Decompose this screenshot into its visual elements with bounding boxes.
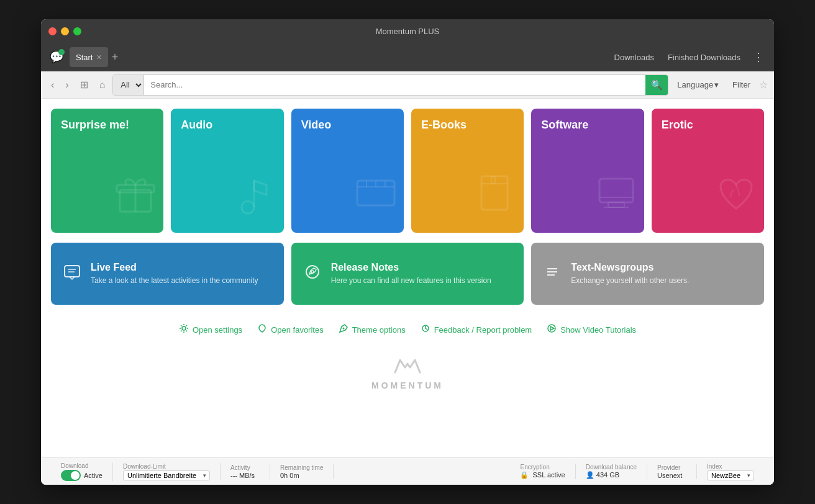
bottom-cards-grid: Live Feed Take a look at the latest acti… — [51, 243, 764, 305]
activity-value: --- MB/s — [230, 472, 260, 479]
minimize-button[interactable] — [61, 27, 69, 35]
action-label-open-settings: Open settings — [193, 325, 242, 335]
search-input[interactable] — [144, 75, 645, 95]
balance-label: Download balance — [586, 464, 637, 470]
logo-area: MOMENTUM — [51, 342, 764, 397]
bottom-card-title-livefeed: Live Feed — [91, 262, 258, 273]
balance-value: 👤 434 GB — [586, 471, 637, 479]
bottom-card-icon-textnewsgroups — [544, 263, 561, 285]
category-icon-software — [594, 169, 638, 227]
svg-rect-17 — [65, 266, 80, 277]
close-button[interactable] — [48, 27, 57, 35]
remaining-value: 0h 0m — [280, 472, 323, 479]
remaining-time-section: Remaining time 0h 0m — [270, 464, 334, 479]
download-limit-label: Download-Limit — [123, 463, 210, 470]
encryption-section: Encryption 🔒 SSL active — [510, 464, 575, 479]
bottom-card-subtitle-livefeed: Take a look at the latest activities in … — [91, 276, 258, 286]
category-title-video: Video — [301, 119, 394, 132]
filter-button[interactable]: Filter — [727, 78, 755, 92]
provider-section: Provider Usenext — [647, 464, 697, 479]
provider-value: Usenext — [657, 472, 686, 479]
download-toggle-container: Active — [61, 470, 102, 481]
category-card-software[interactable]: Software — [531, 109, 644, 233]
provider-label: Provider — [657, 464, 686, 471]
action-icon-open-settings — [179, 323, 189, 336]
actions-bar: Open settings Open favorites Theme optio… — [51, 317, 764, 342]
action-button-open-settings[interactable]: Open settings — [179, 323, 242, 336]
action-label-video-tutorials: Show Video Tutorials — [560, 325, 636, 335]
toolbar-right: Downloads Finished Downloads ⋮ — [608, 48, 769, 66]
home-button[interactable]: ⌂ — [96, 77, 109, 93]
search-button[interactable]: 🔍 — [645, 75, 668, 95]
category-icon-audio — [234, 169, 278, 227]
category-card-video[interactable]: Video — [291, 109, 404, 233]
index-select[interactable]: NewzBee — [707, 470, 754, 480]
notification-button[interactable]: 💬 — [46, 47, 67, 68]
category-title-audio: Audio — [181, 119, 273, 132]
language-button[interactable]: Language ▾ — [672, 78, 724, 92]
forward-button[interactable]: › — [61, 77, 72, 93]
new-tab-button[interactable]: + — [112, 51, 119, 64]
bottom-card-subtitle-releasenotes: Here you can find all new features in th… — [331, 276, 491, 286]
back-button[interactable]: ‹ — [47, 77, 58, 93]
balance-section: Download balance 👤 434 GB — [576, 464, 647, 479]
finished-downloads-button[interactable]: Finished Downloads — [662, 50, 747, 65]
action-icon-theme-options — [339, 323, 348, 336]
main-window: Momentum PLUS 💬 Start × + Downloads Fini… — [41, 19, 774, 485]
more-menu-button[interactable]: ⋮ — [748, 48, 769, 66]
bottom-card-releasenotes[interactable]: Release Notes Here you can find all new … — [291, 243, 524, 305]
encryption-value: 🔒 SSL active — [520, 471, 565, 479]
action-button-video-tutorials[interactable]: Show Video Tutorials — [547, 323, 636, 336]
logo-symbol — [393, 354, 422, 380]
action-button-theme-options[interactable]: Theme options — [339, 323, 406, 336]
favorites-star-button[interactable]: ☆ — [759, 79, 768, 91]
action-label-theme-options: Theme options — [352, 325, 406, 335]
person-icon: 👤 — [586, 471, 594, 479]
action-label-feedback: Feedback / Report problem — [434, 325, 532, 335]
statusbar: Download Active Download-Limit Unlimitie… — [41, 457, 774, 485]
maximize-button[interactable] — [73, 27, 81, 35]
bottom-card-title-textnewsgroups: Text-Newsgroups — [571, 262, 689, 273]
toggle-knob — [71, 471, 80, 480]
action-button-open-favorites[interactable]: Open favorites — [257, 323, 324, 336]
downloads-button[interactable]: Downloads — [608, 50, 660, 65]
category-card-audio[interactable]: Audio — [171, 109, 283, 233]
list-view-button[interactable]: ⊞ — [76, 76, 92, 93]
language-chevron-icon: ▾ — [714, 80, 719, 89]
svg-marker-29 — [550, 326, 554, 330]
tab-close-button[interactable]: × — [96, 52, 101, 62]
download-value: Active — [84, 472, 102, 479]
logo-text: MOMENTUM — [371, 380, 444, 390]
bottom-card-icon-releasenotes — [304, 263, 321, 285]
titlebar: Momentum PLUS — [41, 19, 774, 43]
nav-bar: ‹ › ⊞ ⌂ All 🔍 Language ▾ Filter ☆ — [41, 71, 774, 99]
search-category-select[interactable]: All — [113, 75, 144, 95]
download-limit-select[interactable]: Unlimitierte Bandbreite — [123, 470, 210, 480]
svg-point-25 — [182, 326, 186, 330]
svg-point-26 — [342, 328, 344, 330]
bottom-card-text-textnewsgroups: Text-Newsgroups Exchange yourself with o… — [571, 262, 689, 286]
index-dropdown[interactable]: NewzBee — [707, 470, 754, 480]
download-toggle[interactable] — [61, 470, 81, 481]
bottom-card-title-releasenotes: Release Notes — [331, 262, 491, 273]
tab-label: Start — [76, 53, 93, 62]
category-card-erotic[interactable]: Erotic — [652, 109, 764, 233]
toolbar: 💬 Start × + Downloads Finished Downloads… — [41, 43, 774, 71]
bottom-card-livefeed[interactable]: Live Feed Take a look at the latest acti… — [51, 243, 284, 305]
search-container: All 🔍 — [112, 74, 668, 96]
notification-badge — [58, 49, 65, 55]
svg-point-3 — [242, 201, 254, 214]
category-icon-video — [354, 169, 398, 227]
category-card-ebooks[interactable]: E-Books — [411, 109, 524, 233]
category-icon-surprise — [114, 169, 157, 227]
remaining-label: Remaining time — [280, 464, 323, 471]
titlebar-buttons — [48, 27, 81, 35]
bottom-card-textnewsgroups[interactable]: Text-Newsgroups Exchange yourself with o… — [531, 243, 764, 305]
start-tab[interactable]: Start × — [70, 47, 108, 67]
action-button-feedback[interactable]: Feedback / Report problem — [421, 323, 532, 336]
category-card-surprise[interactable]: Surprise me! — [51, 109, 163, 233]
action-icon-open-favorites — [257, 323, 267, 336]
activity-section: Activity --- MB/s — [221, 464, 270, 479]
window-title: Momentum PLUS — [376, 27, 440, 36]
download-limit-dropdown[interactable]: Unlimitierte Bandbreite — [123, 470, 210, 480]
